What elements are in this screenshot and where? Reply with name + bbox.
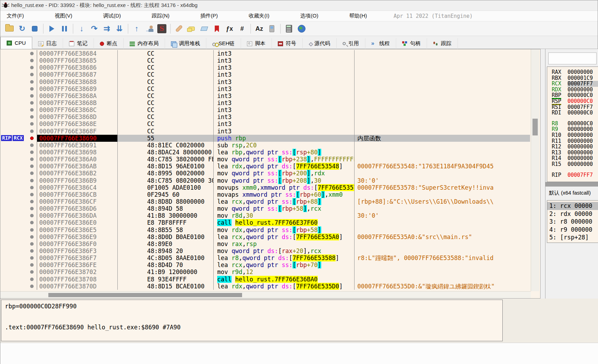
instruction-cell[interactable]: lea rcx,qword ptr ss:[rbp+70] xyxy=(214,261,355,268)
gutter-cell[interactable] xyxy=(0,219,37,226)
tab-trace[interactable]: 跟踪 xyxy=(427,38,458,49)
gutter-cell[interactable] xyxy=(0,78,37,85)
functions-button[interactable]: ƒx xyxy=(223,23,236,34)
disasm-row[interactable]: 00007FF766E3869848:8DAC24 80000000lea rb… xyxy=(0,149,530,156)
address-cell[interactable]: 00007FF766E386E0 xyxy=(37,219,118,226)
address-cell[interactable]: 00007FF766E38686 xyxy=(37,64,118,71)
register-value[interactable]: 00000000 xyxy=(568,155,598,161)
address-cell[interactable]: 00007FF766E38687 xyxy=(37,71,118,78)
breakpoint-dot[interactable] xyxy=(30,278,34,281)
register-row-rsp[interactable]: RSP000000C0 xyxy=(547,98,598,104)
bytes-cell[interactable]: CC xyxy=(118,92,214,99)
comment-cell[interactable] xyxy=(355,71,530,78)
comment-cell[interactable]: 内层函数 xyxy=(355,135,530,142)
instruction-cell[interactable]: int3 xyxy=(214,78,355,85)
breakpoint-dot[interactable] xyxy=(30,193,34,196)
disasm-row[interactable]: 00007FF766E3870D48:8D15 BCAE0100lea rdx,… xyxy=(0,283,530,290)
address-cell[interactable]: 00007FF766E38702 xyxy=(37,268,118,275)
tab-notes[interactable]: 笔记 xyxy=(63,38,94,49)
bytes-cell[interactable]: CC xyxy=(118,85,214,92)
bytes-cell[interactable]: 48:894D 58 xyxy=(118,205,214,212)
gutter-cell[interactable] xyxy=(0,57,37,64)
instruction-cell[interactable]: call hello_rust.7FF766E37F60 xyxy=(214,219,355,226)
instruction-cell[interactable]: mov qword ptr ss:[rbp+200],rdx xyxy=(214,170,355,177)
gutter-cell[interactable] xyxy=(0,205,37,212)
comments-button[interactable] xyxy=(185,23,198,34)
vertical-scrollbar-thumb[interactable] xyxy=(532,119,538,135)
disasm-row[interactable]: 00007FF766E386FE48:8D4D 70lea rcx,qword … xyxy=(0,261,530,268)
comment-cell[interactable] xyxy=(355,106,530,113)
register-row-r13[interactable]: R1300000000 xyxy=(547,150,598,156)
breakpoint-dot[interactable] xyxy=(30,256,34,260)
argument-row-2[interactable]: 2: rdx 00000 xyxy=(547,210,598,218)
disasm-row[interactable]: 00007FF766E386B948:C785 08020000 30mov q… xyxy=(0,177,530,184)
instruction-cell[interactable]: int3 xyxy=(214,120,355,127)
disasm-row[interactable]: 00007FF766E38688CCint3 xyxy=(0,78,530,85)
instruction-cell[interactable]: int3 xyxy=(214,92,355,99)
disasm-row[interactable]: 00007FF766E3868CCCint3 xyxy=(0,106,530,113)
gutter-cell[interactable] xyxy=(0,184,37,191)
instruction-cell[interactable]: movaps xmmword ptr ss:[rbp+60],xmm0 xyxy=(214,191,355,198)
gutter-cell[interactable] xyxy=(0,128,37,135)
breakpoint-dot[interactable] xyxy=(30,94,34,98)
disasm-row[interactable]: 00007FF766E386CF48:8D8D 88000000lea rcx,… xyxy=(0,198,530,205)
bytes-cell[interactable]: 48:8D4D 70 xyxy=(118,261,214,268)
phone-button[interactable] xyxy=(266,23,278,34)
disasm-row[interactable]: 00007FF766E386A048:C785 38020000 FEmov q… xyxy=(0,156,530,163)
address-cell[interactable]: 00007FF766E386F0 xyxy=(37,240,118,247)
register-row-r12[interactable]: R1200000000 xyxy=(547,144,598,150)
menu-item-5[interactable]: 收藏夹(I) xyxy=(247,12,271,20)
gutter-cell[interactable] xyxy=(0,85,37,92)
comment-cell[interactable]: 30:'0' xyxy=(355,177,530,184)
breakpoint-dot[interactable] xyxy=(30,179,34,182)
globe-button[interactable] xyxy=(295,23,308,34)
breakpoint-dot[interactable] xyxy=(30,144,34,147)
bytes-cell[interactable]: 41:B8 30000000 xyxy=(118,212,214,219)
comment-cell[interactable]: 00007FF766E53548:"1763E1184F9A304F9D45 xyxy=(355,163,530,170)
instruction-cell[interactable]: int3 xyxy=(214,57,355,64)
breakpoint-dot[interactable] xyxy=(30,66,34,69)
disasm-row[interactable]: 00007FF766E386E948:8D0D B0AE0100lea rcx,… xyxy=(0,233,530,240)
instruction-cell[interactable]: int3 xyxy=(214,113,355,120)
gutter-cell[interactable] xyxy=(0,233,37,240)
instruction-cell[interactable]: movups xmm0,xmmword ptr ds:[7FF766E53578… xyxy=(214,184,355,191)
breakpoint-dot[interactable] xyxy=(30,158,34,161)
comment-cell[interactable] xyxy=(355,219,530,226)
bytes-cell[interactable]: 48:8D15 BCAE0100 xyxy=(118,283,214,290)
instruction-cell[interactable]: mov qword ptr ss:[rbp+58],rcx xyxy=(214,205,355,212)
gutter-cell[interactable] xyxy=(0,71,37,78)
gutter-cell[interactable] xyxy=(0,254,37,261)
settings-button[interactable]: S xyxy=(156,23,168,34)
bytes-cell[interactable]: 48:8D0D B0AE0100 xyxy=(118,233,214,240)
breakpoint-dot[interactable] xyxy=(30,122,34,126)
bytes-cell[interactable]: 48:8D8D 88000000 xyxy=(118,198,214,205)
gutter-cell[interactable] xyxy=(0,92,37,99)
comment-cell[interactable] xyxy=(355,240,530,247)
argument-row-1[interactable]: 1: rcx 00000 xyxy=(547,202,598,210)
instruction-cell[interactable]: mov r8d,30 xyxy=(214,212,355,219)
address-cell[interactable]: 00007FF766E386DA xyxy=(37,212,118,219)
comment-cell[interactable] xyxy=(355,170,530,177)
address-cell[interactable]: 00007FF766E386FE xyxy=(37,261,118,268)
register-row-rdx[interactable]: RDX00000000 xyxy=(547,87,598,93)
address-cell[interactable]: 00007FF766E386E9 xyxy=(37,233,118,240)
disasm-row[interactable]: 00007FF766E3868DCCint3 xyxy=(0,113,530,120)
disasm-row[interactable]: 00007FF766E38689CCint3 xyxy=(0,85,530,92)
comment-cell[interactable] xyxy=(355,92,530,99)
gutter-cell[interactable] xyxy=(0,50,37,57)
bytes-cell[interactable]: CC xyxy=(118,113,214,120)
tab-ref[interactable]: 引用 xyxy=(337,38,365,49)
register-value[interactable]: 00000000 xyxy=(568,132,598,138)
disasm-row[interactable]: 00007FF766E386DA41:B8 30000000mov r8d,30… xyxy=(0,212,530,219)
register-value[interactable]: 00000000 xyxy=(568,150,598,156)
register-value[interactable]: 00007FF7 xyxy=(568,104,598,110)
register-value[interactable]: 00007FF7 xyxy=(568,81,598,87)
address-cell[interactable]: 00007FF766E3868D xyxy=(37,113,118,120)
register-value[interactable]: 00000000 xyxy=(568,69,598,75)
instruction-cell[interactable]: lea rcx,qword ptr ss:[rbp+88] xyxy=(214,198,355,205)
gutter-cell[interactable] xyxy=(0,212,37,219)
instruction-cell[interactable]: int3 xyxy=(214,71,355,78)
tab-mem[interactable]: 内存布局 xyxy=(124,38,165,49)
breakpoint-dot[interactable] xyxy=(30,207,34,210)
instruction-cell[interactable]: mov qword ptr ss:[rbp+208],30 xyxy=(214,177,355,184)
